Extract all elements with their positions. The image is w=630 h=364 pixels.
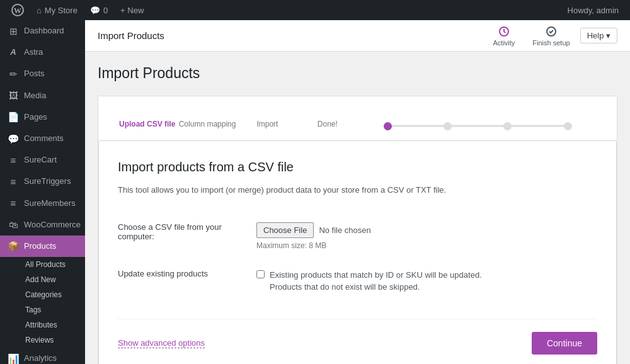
suremembers-icon: ≡ [8, 198, 19, 209]
surecart-icon: ≡ [8, 154, 19, 166]
update-label: Update existing products [118, 269, 208, 278]
main-content: Import Products Activity Finish setup He… [85, 20, 630, 364]
import-form-table: Choose a CSV file from your computer: Ch… [118, 213, 597, 303]
woocommerce-icon: 🛍 [8, 219, 19, 230]
sidebar-item-posts[interactable]: ✏ Posts [0, 63, 85, 84]
sidebar-label-posts: Posts [24, 68, 45, 79]
finish-setup-button[interactable]: Finish setup [525, 23, 577, 49]
steps-track: Upload CSV file Column mapping Import Do… [117, 106, 598, 140]
sidebar-item-surecart[interactable]: ≡ SureCart [0, 149, 85, 171]
sidebar-submenu-all-products[interactable]: All Products [0, 257, 85, 272]
sidebar-item-pages[interactable]: 📄 Pages [0, 106, 85, 128]
comments-link[interactable]: 💬 0 [84, 0, 114, 20]
sidebar-item-products[interactable]: 📦 Products [0, 236, 85, 257]
astra-icon: A [8, 47, 19, 58]
page-header-bar: Import Products Activity Finish setup He… [85, 20, 630, 52]
step2-dot [444, 122, 452, 130]
step3-label: Import [256, 120, 278, 128]
file-row: Choose a CSV file from your computer: Ch… [118, 213, 597, 259]
step4-dot [564, 122, 572, 130]
sidebar-item-media[interactable]: 🖼 Media [0, 85, 85, 106]
posts-icon: ✏ [8, 68, 19, 79]
choose-file-button[interactable]: Choose File [256, 222, 314, 238]
header-actions: Activity Finish setup Help ▾ [485, 23, 617, 49]
new-content-link[interactable]: + New [114, 0, 150, 20]
sidebar-item-comments[interactable]: 💬 Comments [0, 128, 85, 149]
sidebar-item-suretriggers[interactable]: ≡ SureTriggers [0, 171, 85, 192]
update-row: Update existing products Existing produc… [118, 259, 597, 303]
sidebar-label-comments: Comments [24, 133, 64, 144]
step1-dot [384, 122, 392, 130]
no-file-text: No file chosen [319, 225, 370, 235]
finish-setup-icon [545, 25, 558, 38]
comments-count: 0 [103, 6, 108, 15]
sidebar-submenu-attributes[interactable]: Attributes [0, 317, 85, 333]
file-input-wrap: Choose File No file chosen [256, 222, 597, 238]
products-icon: 📦 [8, 241, 19, 252]
sidebar-label-media: Media [24, 90, 46, 101]
analytics-icon: 📊 [8, 353, 19, 364]
file-label: Choose a CSV file from your computer: [118, 222, 222, 241]
admin-bar: W ⌂ My Store 💬 0 + New Howdy, admin [0, 0, 630, 20]
help-button[interactable]: Help ▾ [580, 28, 617, 43]
form-footer: Show advanced options Continue [118, 319, 597, 355]
sidebar-label-woocommerce: WooCommerce [24, 219, 81, 230]
sidebar-submenu-add-new[interactable]: Add New [0, 272, 85, 287]
pages-icon: 📄 [8, 111, 19, 123]
checkbox-description: Existing products that match by ID or SK… [270, 269, 509, 293]
step2-label: Column mapping [179, 120, 236, 128]
sidebar-label-suremembers: SureMembers [24, 198, 76, 209]
sidebar-label-suretriggers: SureTriggers [24, 176, 71, 187]
sidebar-label-analytics: Analytics [24, 353, 57, 364]
page-wrap: Import Products Upload CSV file Column m… [85, 52, 630, 364]
step1-label: Upload CSV file [119, 120, 175, 128]
suretriggers-icon: ≡ [8, 176, 19, 187]
comments-sidebar-icon: 💬 [8, 133, 19, 144]
activity-label: Activity [493, 39, 515, 47]
sidebar-label-pages: Pages [24, 111, 47, 123]
checkbox-wrap: Existing products that match by ID or SK… [256, 269, 597, 293]
sidebar-label-surecart: SureCart [24, 154, 57, 166]
sidebar-submenu-reviews[interactable]: Reviews [0, 333, 85, 348]
help-label: Help ▾ [587, 31, 610, 40]
svg-text:W: W [14, 6, 21, 15]
howdy-text: Howdy, admin [561, 6, 625, 15]
sidebar-item-dashboard[interactable]: ⊞ Dashboard [0, 20, 85, 42]
continue-button[interactable]: Continue [532, 332, 597, 355]
page-header-title: Import Products [98, 30, 164, 41]
import-container: Upload CSV file Column mapping Import Do… [98, 96, 617, 364]
show-advanced-button[interactable]: Show advanced options [118, 338, 205, 348]
update-checkbox[interactable] [256, 270, 265, 278]
finish-setup-label: Finish setup [532, 39, 570, 47]
new-label: + New [120, 6, 144, 15]
my-store-link[interactable]: ⌂ My Store [30, 0, 84, 20]
max-size-text: Maximum size: 8 MB [256, 241, 597, 250]
sidebar-label-astra: Astra [24, 47, 43, 58]
sidebar-item-analytics[interactable]: 📊 Analytics [0, 348, 85, 364]
page-title: Import Products [98, 64, 617, 83]
store-name: My Store [45, 6, 77, 15]
sidebar-submenu-tags[interactable]: Tags [0, 302, 85, 317]
sidebar: ⊞ Dashboard A Astra ✏ Posts 🖼 Media 📄 Pa… [0, 20, 85, 364]
media-icon: 🖼 [8, 90, 19, 101]
home-icon: ⌂ [37, 6, 42, 15]
comments-icon: 💬 [90, 6, 100, 15]
dashboard-icon: ⊞ [8, 25, 19, 37]
activity-button[interactable]: Activity [485, 23, 522, 49]
import-card: Import products from a CSV file This too… [98, 140, 617, 364]
card-heading: Import products from a CSV file [118, 160, 597, 174]
activity-icon [498, 25, 510, 38]
sidebar-item-astra[interactable]: A Astra [0, 42, 85, 63]
step4-label: Done! [318, 120, 338, 128]
sidebar-label-products: Products [24, 241, 56, 252]
sidebar-item-woocommerce[interactable]: 🛍 WooCommerce [0, 214, 85, 236]
step3-dot [503, 122, 512, 130]
card-description: This tool allows you to import (or merge… [118, 184, 471, 197]
wp-logo-link[interactable]: W [5, 0, 30, 20]
sidebar-item-suremembers[interactable]: ≡ SureMembers [0, 193, 85, 214]
sidebar-submenu-categories[interactable]: Categories [0, 287, 85, 302]
sidebar-label-dashboard: Dashboard [24, 25, 64, 37]
